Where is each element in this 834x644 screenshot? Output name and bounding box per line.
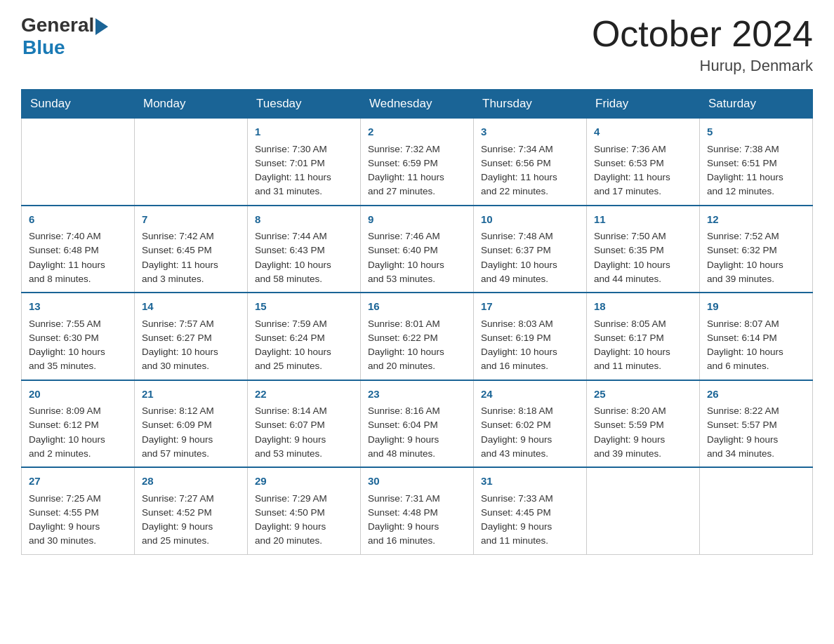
day-info: and 25 minutes. xyxy=(255,359,353,373)
calendar-header-row: SundayMondayTuesdayWednesdayThursdayFrid… xyxy=(22,90,813,119)
calendar-cell: 17Sunrise: 8:03 AMSunset: 6:19 PMDayligh… xyxy=(474,293,587,380)
calendar-cell: 23Sunrise: 8:16 AMSunset: 6:04 PMDayligh… xyxy=(361,380,474,468)
day-number: 27 xyxy=(29,474,127,490)
day-info: Sunset: 6:45 PM xyxy=(142,243,240,257)
day-info: and 27 minutes. xyxy=(368,185,466,199)
day-info: and 22 minutes. xyxy=(481,185,579,199)
day-info: Sunset: 4:45 PM xyxy=(481,506,579,520)
day-info: Sunrise: 7:25 AM xyxy=(29,492,127,506)
day-info: Daylight: 10 hours xyxy=(142,345,240,359)
calendar-header-thursday: Thursday xyxy=(474,90,587,119)
day-info: Sunrise: 7:42 AM xyxy=(142,229,240,243)
day-info: Sunset: 6:37 PM xyxy=(481,243,579,257)
day-info: Daylight: 9 hours xyxy=(594,433,692,447)
day-info: Sunrise: 8:09 AM xyxy=(29,404,127,418)
day-info: Daylight: 10 hours xyxy=(481,258,579,272)
day-info: and 53 minutes. xyxy=(368,272,466,286)
day-info: Daylight: 9 hours xyxy=(707,433,805,447)
calendar-cell: 19Sunrise: 8:07 AMSunset: 6:14 PMDayligh… xyxy=(700,293,813,380)
day-info: Daylight: 10 hours xyxy=(594,345,692,359)
calendar-cell xyxy=(135,119,248,206)
calendar-week-row: 20Sunrise: 8:09 AMSunset: 6:12 PMDayligh… xyxy=(22,380,813,468)
day-info: Sunset: 6:22 PM xyxy=(368,331,466,345)
day-number: 11 xyxy=(594,212,692,228)
day-number: 15 xyxy=(255,299,353,315)
day-info: Sunset: 5:57 PM xyxy=(707,418,805,432)
day-info: Sunset: 7:01 PM xyxy=(255,156,353,170)
day-info: Daylight: 11 hours xyxy=(368,170,466,185)
day-info: Daylight: 9 hours xyxy=(368,433,466,447)
calendar-header-sunday: Sunday xyxy=(22,90,135,119)
calendar-cell: 14Sunrise: 7:57 AMSunset: 6:27 PMDayligh… xyxy=(135,293,248,380)
day-info: Sunset: 6:51 PM xyxy=(707,156,805,170)
day-info: and 39 minutes. xyxy=(594,447,692,461)
day-info: Sunrise: 7:33 AM xyxy=(481,492,579,506)
calendar-cell: 20Sunrise: 8:09 AMSunset: 6:12 PMDayligh… xyxy=(22,380,135,468)
day-info: and 48 minutes. xyxy=(368,447,466,461)
day-info: Daylight: 10 hours xyxy=(707,258,805,272)
day-info: and 39 minutes. xyxy=(707,272,805,286)
day-number: 1 xyxy=(255,124,353,140)
calendar-cell: 26Sunrise: 8:22 AMSunset: 5:57 PMDayligh… xyxy=(700,380,813,468)
day-info: Sunrise: 7:52 AM xyxy=(707,229,805,243)
day-info: Sunrise: 8:12 AM xyxy=(142,404,240,418)
day-info: Sunset: 4:50 PM xyxy=(255,506,353,520)
day-info: Sunset: 6:09 PM xyxy=(142,418,240,432)
day-info: Sunrise: 7:44 AM xyxy=(255,229,353,243)
day-info: Daylight: 11 hours xyxy=(142,258,240,272)
day-info: Sunrise: 8:14 AM xyxy=(255,404,353,418)
day-info: Sunset: 6:19 PM xyxy=(481,331,579,345)
day-info: and 57 minutes. xyxy=(142,447,240,461)
day-info: Daylight: 10 hours xyxy=(29,345,127,359)
logo-general-text: General xyxy=(21,14,94,36)
calendar-table: SundayMondayTuesdayWednesdayThursdayFrid… xyxy=(21,89,813,555)
day-info: Daylight: 11 hours xyxy=(29,258,127,272)
logo-blue-text: Blue xyxy=(22,36,65,59)
location: Hurup, Denmark xyxy=(592,57,813,75)
day-info: Sunset: 4:48 PM xyxy=(368,506,466,520)
day-info: Sunrise: 8:16 AM xyxy=(368,404,466,418)
calendar-cell: 12Sunrise: 7:52 AMSunset: 6:32 PMDayligh… xyxy=(700,206,813,293)
day-info: Sunset: 6:56 PM xyxy=(481,156,579,170)
day-info: and 44 minutes. xyxy=(594,272,692,286)
calendar-cell: 7Sunrise: 7:42 AMSunset: 6:45 PMDaylight… xyxy=(135,206,248,293)
day-info: and 49 minutes. xyxy=(481,272,579,286)
day-info: Daylight: 10 hours xyxy=(594,258,692,272)
day-info: and 6 minutes. xyxy=(707,359,805,373)
day-number: 20 xyxy=(29,387,127,403)
day-info: Sunset: 6:24 PM xyxy=(255,331,353,345)
day-number: 26 xyxy=(707,387,805,403)
day-info: Sunset: 4:52 PM xyxy=(142,506,240,520)
day-info: Sunrise: 7:32 AM xyxy=(368,142,466,156)
day-number: 30 xyxy=(368,474,466,490)
day-info: and 35 minutes. xyxy=(29,359,127,373)
day-info: Sunrise: 7:59 AM xyxy=(255,317,353,331)
calendar-cell: 27Sunrise: 7:25 AMSunset: 4:55 PMDayligh… xyxy=(22,467,135,554)
calendar-cell: 29Sunrise: 7:29 AMSunset: 4:50 PMDayligh… xyxy=(248,467,361,554)
calendar-cell: 13Sunrise: 7:55 AMSunset: 6:30 PMDayligh… xyxy=(22,293,135,380)
day-number: 13 xyxy=(29,299,127,315)
day-info: Sunrise: 7:57 AM xyxy=(142,317,240,331)
day-info: Sunset: 6:53 PM xyxy=(594,156,692,170)
day-info: Sunset: 6:17 PM xyxy=(594,331,692,345)
day-info: and 16 minutes. xyxy=(368,534,466,548)
day-info: Daylight: 11 hours xyxy=(707,170,805,185)
logo: General Blue xyxy=(21,14,108,59)
day-info: and 16 minutes. xyxy=(481,359,579,373)
calendar-cell: 28Sunrise: 7:27 AMSunset: 4:52 PMDayligh… xyxy=(135,467,248,554)
calendar-cell: 8Sunrise: 7:44 AMSunset: 6:43 PMDaylight… xyxy=(248,206,361,293)
calendar-cell: 22Sunrise: 8:14 AMSunset: 6:07 PMDayligh… xyxy=(248,380,361,468)
day-info: Sunset: 4:55 PM xyxy=(29,506,127,520)
day-number: 5 xyxy=(707,124,805,140)
day-number: 10 xyxy=(481,212,579,228)
day-info: Sunset: 6:32 PM xyxy=(707,243,805,257)
day-number: 3 xyxy=(481,124,579,140)
calendar-cell: 21Sunrise: 8:12 AMSunset: 6:09 PMDayligh… xyxy=(135,380,248,468)
day-info: and 30 minutes. xyxy=(29,534,127,548)
title-area: October 2024 Hurup, Denmark xyxy=(592,14,813,75)
page-header: General Blue October 2024 Hurup, Denmark xyxy=(21,14,813,75)
day-info: and 2 minutes. xyxy=(29,447,127,461)
day-info: Sunrise: 8:07 AM xyxy=(707,317,805,331)
day-info: Sunset: 6:43 PM xyxy=(255,243,353,257)
day-number: 14 xyxy=(142,299,240,315)
